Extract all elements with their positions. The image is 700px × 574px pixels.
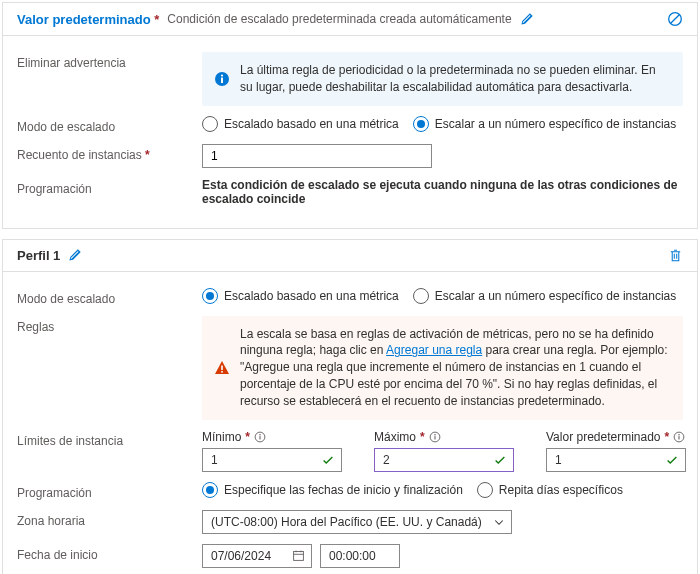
radio-label: Escalar a un número específico de instan…	[435, 289, 676, 303]
row-schedule: Programación Esta condición de escalado …	[17, 178, 683, 206]
checkmark-icon	[665, 453, 679, 467]
schedule-description: Esta condición de escalado se ejecuta cu…	[202, 178, 683, 206]
radio-label: Repita días específicos	[499, 483, 623, 497]
svg-rect-5	[221, 365, 223, 370]
info-icon[interactable]	[254, 431, 266, 443]
row-label: Programación	[17, 178, 192, 196]
row-rules: Reglas La escala se basa en reglas de ac…	[17, 316, 683, 420]
row-scale-mode: Modo de escalado Escalado basado en una …	[17, 288, 683, 306]
info-icon	[214, 62, 230, 96]
row-label: Modo de escalado	[17, 116, 192, 134]
row-label: Límites de instancia	[17, 430, 192, 448]
info-icon[interactable]	[673, 431, 685, 443]
info-callout: La última regla de periodicidad o la pre…	[202, 52, 683, 106]
edit-icon[interactable]	[68, 248, 82, 262]
calendar-icon	[292, 549, 305, 562]
row-warning: Eliminar advertencia La última regla de …	[17, 52, 683, 106]
row-timezone: Zona horaria (UTC-08:00) Hora del Pacífi…	[17, 510, 683, 534]
row-schedule-mode: Programación Especifique las fechas de i…	[17, 482, 683, 500]
required-mark: *	[245, 430, 250, 444]
profile-card: Perfil 1 Modo de escalado Escalado basad…	[2, 239, 698, 574]
row-label: Fecha de inicio	[17, 544, 192, 562]
row-label: Modo de escalado	[17, 288, 192, 306]
warning-text: La escala se basa en reglas de activació…	[240, 326, 671, 410]
radio-scale-count[interactable]: Escalar a un número específico de instan…	[413, 116, 676, 132]
row-label-text: Recuento de instancias	[17, 148, 142, 162]
time-value: 00:00:00	[329, 549, 376, 563]
instance-count-input[interactable]	[202, 144, 432, 168]
radio-scale-metric[interactable]: Escalado basado en una métrica	[202, 288, 399, 304]
select-value: (UTC-08:00) Hora del Pacífico (EE. UU. y…	[211, 515, 482, 529]
required-mark: *	[420, 430, 425, 444]
required-mark: *	[665, 430, 670, 444]
disable-icon[interactable]	[667, 11, 683, 27]
row-label: Programación	[17, 482, 192, 500]
limit-label-text: Máximo	[374, 430, 416, 444]
date-value: 07/06/2024	[211, 549, 271, 563]
svg-line-1	[671, 15, 680, 24]
card-header: Valor predeterminado * Condición de esca…	[3, 3, 697, 36]
card-title: Valor predeterminado *	[17, 12, 159, 27]
card-header: Perfil 1	[3, 240, 697, 272]
start-time-input[interactable]: 00:00:00	[320, 544, 400, 568]
timezone-select[interactable]: (UTC-08:00) Hora del Pacífico (EE. UU. y…	[202, 510, 512, 534]
radio-date-range[interactable]: Especifique las fechas de inicio y final…	[202, 482, 463, 498]
radio-repeat-days[interactable]: Repita días específicos	[477, 482, 623, 498]
radio-scale-metric[interactable]: Escalado basado en una métrica	[202, 116, 399, 132]
radio-label: Escalado basado en una métrica	[224, 289, 399, 303]
limit-max: Máximo * 2	[374, 430, 514, 472]
input-value: 1	[211, 453, 218, 467]
row-label: Zona horaria	[17, 510, 192, 528]
svg-rect-4	[221, 77, 223, 82]
edit-icon[interactable]	[520, 12, 534, 26]
limit-label-text: Valor predeterminado	[546, 430, 661, 444]
card-subtitle: Condición de escalado predeterminada cre…	[167, 12, 511, 26]
add-rule-link[interactable]: Agregar una regla	[386, 343, 482, 357]
input-value: 1	[555, 453, 562, 467]
svg-rect-6	[221, 371, 223, 373]
svg-rect-9	[259, 436, 260, 439]
min-input[interactable]: 1	[202, 448, 342, 472]
delete-icon[interactable]	[668, 248, 683, 263]
radio-scale-count[interactable]: Escalar a un número específico de instan…	[413, 288, 676, 304]
chevron-down-icon	[493, 516, 505, 528]
svg-point-3	[221, 74, 223, 76]
info-text: La última regla de periodicidad o la pre…	[240, 62, 671, 96]
required-mark: *	[154, 12, 159, 27]
card-title-text: Valor predeterminado	[17, 12, 151, 27]
warning-icon	[214, 326, 230, 410]
checkmark-icon	[493, 453, 507, 467]
row-label: Recuento de instancias *	[17, 144, 192, 162]
radio-label: Especifique las fechas de inicio y final…	[224, 483, 463, 497]
row-scale-mode: Modo de escalado Escalado basado en una …	[17, 116, 683, 134]
radio-label: Escalado basado en una métrica	[224, 117, 399, 131]
limit-label-text: Mínimo	[202, 430, 241, 444]
row-instance-limits: Límites de instancia Mínimo * 1	[17, 430, 683, 472]
default-condition-card: Valor predeterminado * Condición de esca…	[2, 2, 698, 229]
default-input[interactable]: 1	[546, 448, 686, 472]
svg-rect-16	[294, 552, 304, 561]
radio-label: Escalar a un número específico de instan…	[435, 117, 676, 131]
card-body: Modo de escalado Escalado basado en una …	[3, 272, 697, 574]
limit-default: Valor predeterminado * 1	[546, 430, 686, 472]
checkmark-icon	[321, 453, 335, 467]
card-body: Eliminar advertencia La última regla de …	[3, 36, 697, 228]
row-start-date: Fecha de inicio 07/06/2024 00:00:00	[17, 544, 683, 568]
max-input[interactable]: 2	[374, 448, 514, 472]
start-date-input[interactable]: 07/06/2024	[202, 544, 312, 568]
warning-callout: La escala se basa en reglas de activació…	[202, 316, 683, 420]
svg-rect-15	[679, 436, 680, 439]
row-instance-count: Recuento de instancias *	[17, 144, 683, 168]
required-mark: *	[145, 148, 150, 162]
svg-point-11	[434, 434, 436, 436]
row-label: Reglas	[17, 316, 192, 334]
limit-min: Mínimo * 1	[202, 430, 342, 472]
svg-rect-12	[434, 436, 435, 439]
card-title: Perfil 1	[17, 248, 60, 263]
svg-point-8	[259, 434, 261, 436]
svg-point-14	[678, 434, 680, 436]
input-value: 2	[383, 453, 390, 467]
info-icon[interactable]	[429, 431, 441, 443]
row-label: Eliminar advertencia	[17, 52, 192, 70]
